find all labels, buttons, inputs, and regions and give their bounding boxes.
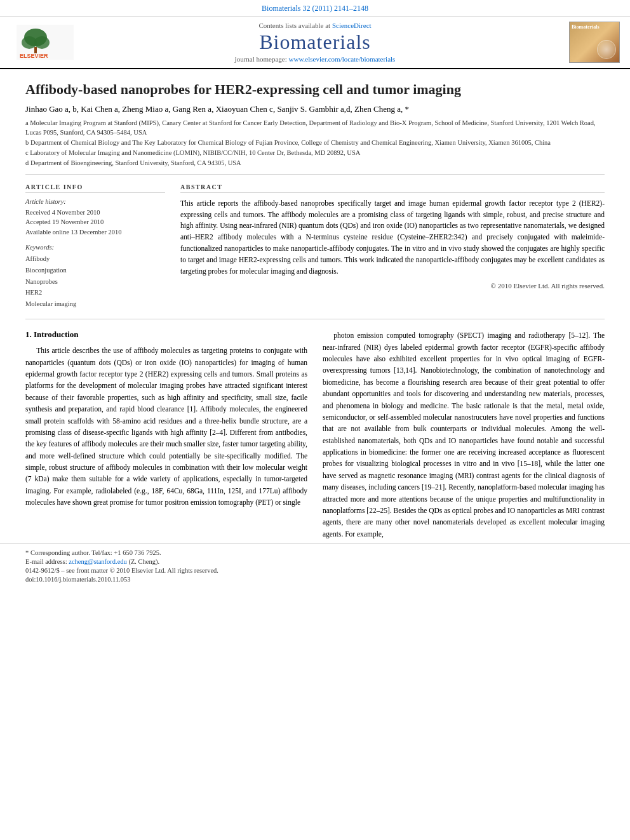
abstract-column: ABSTRACT This article reports the affibo…	[180, 183, 605, 310]
cover-title-text: Biomaterials	[572, 24, 600, 30]
svg-text:ELSEVIER: ELSEVIER	[20, 53, 48, 59]
keywords-label: Keywords:	[25, 244, 165, 251]
journal-homepage: journal homepage: www.elsevier.com/locat…	[80, 55, 550, 63]
article-authors: Jinhao Gao a, b, Kai Chen a, Zheng Miao …	[25, 104, 605, 114]
article-footer: * Corresponding author. Tel/fax: +1 650 …	[0, 543, 630, 591]
abstract-text: This article reports the affibody-based …	[180, 198, 605, 277]
accepted-date: Accepted 19 November 2010	[25, 217, 165, 227]
article-title-section: Affibody-based nanoprobes for HER2-expre…	[25, 69, 605, 175]
available-online-date: Available online 13 December 2010	[25, 227, 165, 237]
journal-homepage-link[interactable]: www.elsevier.com/locate/biomaterials	[289, 55, 396, 63]
article-info-abstract-section: ARTICLE INFO Article history: Received 4…	[25, 175, 605, 319]
article-wrapper: Affibody-based nanoprobes for HER2-expre…	[0, 69, 630, 543]
affiliation-c: c Laboratory of Molecular Imaging and Na…	[25, 148, 605, 157]
email-link[interactable]: zcheng@stanford.edu	[69, 558, 127, 565]
keyword-her2: HER2	[25, 287, 165, 298]
journal-title: Biomaterials	[80, 30, 550, 54]
sciencedirect-link[interactable]: ScienceDirect	[332, 22, 372, 29]
keyword-bioconjugation: Bioconjugation	[25, 265, 165, 276]
journal-citation-banner: Biomaterials 32 (2011) 2141–2148	[0, 0, 630, 17]
abstract-heading: ABSTRACT	[180, 183, 605, 193]
article-history-label: Article history:	[25, 198, 165, 205]
journal-citation-text: Biomaterials 32 (2011) 2141–2148	[262, 4, 368, 13]
keywords-list: Affibody Bioconjugation Nanoprobes HER2 …	[25, 253, 165, 310]
section1-right-text: photon emission computed tomography (SPE…	[323, 330, 605, 540]
section1-left-text: This article describes the use of affibo…	[25, 345, 307, 508]
section1-title: 1. Introduction	[25, 330, 307, 340]
issn-line: 0142-9612/$ – see front matter © 2010 El…	[25, 567, 605, 574]
journal-cover-area: Biomaterials	[550, 22, 620, 63]
keyword-nanoprobes: Nanoprobes	[25, 276, 165, 288]
elsevier-logo-svg: ELSEVIER	[17, 25, 74, 60]
keyword-affibody: Affibody	[25, 253, 165, 265]
doi-line: doi:10.1016/j.biomaterials.2010.11.053	[25, 576, 605, 583]
body-left-column: 1. Introduction This article describes t…	[25, 330, 307, 543]
received-date: Received 4 November 2010	[25, 208, 165, 218]
affiliation-a: a Molecular Imaging Program at Stanford …	[25, 118, 605, 137]
journal-header: ELSEVIER Contents lists available at Sci…	[0, 17, 630, 69]
copyright-line: © 2010 Elsevier Ltd. All rights reserved…	[180, 282, 605, 290]
affiliation-b: b Department of Chemical Biology and The…	[25, 138, 605, 147]
body-section: 1. Introduction This article describes t…	[25, 319, 605, 543]
journal-center: Contents lists available at ScienceDirec…	[80, 22, 550, 63]
contents-line: Contents lists available at ScienceDirec…	[80, 22, 550, 29]
article-info-heading: ARTICLE INFO	[25, 183, 165, 193]
keyword-molecular-imaging: Molecular imaging	[25, 298, 165, 310]
elsevier-logo-area: ELSEVIER	[10, 25, 80, 60]
affiliations: a Molecular Imaging Program at Stanford …	[25, 118, 605, 168]
corresponding-author-note: * Corresponding author. Tel/fax: +1 650 …	[25, 549, 605, 556]
biomaterials-cover-image: Biomaterials	[569, 22, 620, 63]
article-title: Affibody-based nanoprobes for HER2-expre…	[25, 81, 605, 99]
body-right-column: photon emission computed tomography (SPE…	[323, 330, 605, 543]
affiliation-d: d Department of Bioengineering, Stanford…	[25, 158, 605, 168]
article-info-column: ARTICLE INFO Article history: Received 4…	[25, 183, 165, 310]
email-note: E-mail address: zcheng@stanford.edu (Z. …	[25, 558, 605, 565]
cover-circle-decoration	[597, 40, 616, 59]
